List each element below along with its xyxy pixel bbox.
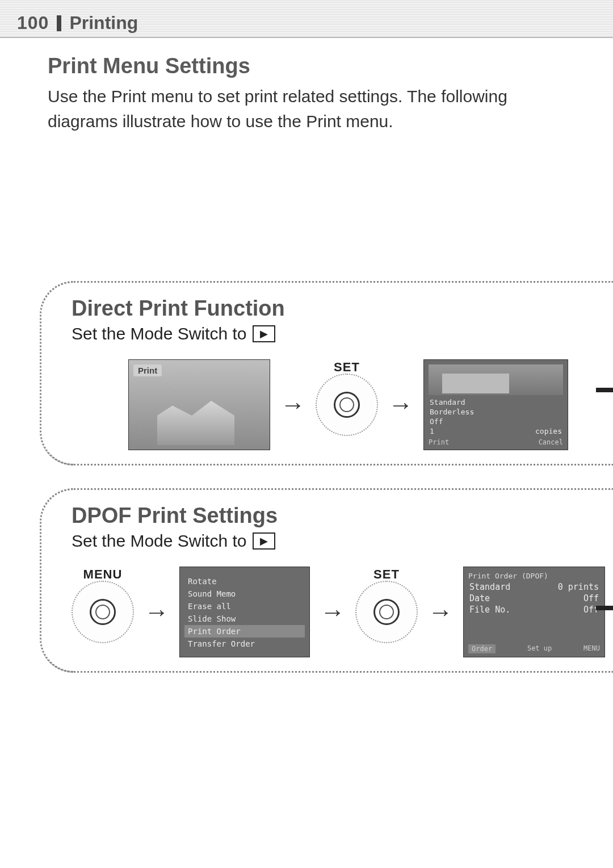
set-dial-label: SET xyxy=(373,567,400,582)
playback-mode-icon: ▶ xyxy=(253,532,275,550)
set-dial[interactable]: SET xyxy=(355,581,418,643)
order-title: Print Order (DPOF) xyxy=(468,572,600,580)
direct-print-title: Direct Print Function xyxy=(72,296,613,321)
lcd-preview-thumbnail: Print xyxy=(128,359,270,450)
arrow-right-icon: → xyxy=(388,391,413,419)
dpof-flow: MENU → Rotate Sound Memo Erase all Slide… xyxy=(72,567,613,657)
continuation-bar-icon xyxy=(596,388,613,392)
menu-item-print-order: Print Order xyxy=(184,625,305,638)
order-date-value: Off xyxy=(583,593,599,603)
menu-dial-label: MENU xyxy=(83,567,123,582)
order-footer-setup: Set up xyxy=(527,644,552,653)
menu-item-transfer-order: Transfer Order xyxy=(184,638,305,650)
lcd-footer-cancel: Cancel xyxy=(539,438,563,446)
opt-borderless: Borderless xyxy=(430,408,474,416)
dpof-panel: DPOF Print Settings Set the Mode Switch … xyxy=(40,488,613,673)
playback-mode-icon: ▶ xyxy=(253,325,275,342)
print-order-lcd: Print Order (DPOF) Standard0 prints Date… xyxy=(463,567,605,657)
menu-item-rotate: Rotate xyxy=(184,575,305,588)
direct-print-subtitle: Set the Mode Switch to ▶ xyxy=(72,324,613,343)
dpof-subtitle: Set the Mode Switch to ▶ xyxy=(72,531,613,551)
dpof-title: DPOF Print Settings xyxy=(72,504,613,528)
print-settings-lcd: Standard Borderless Off 1 copies Print C… xyxy=(423,359,568,450)
lcd-footer-print: Print xyxy=(429,438,449,446)
print-tag-label: Print xyxy=(133,364,162,376)
menu-item-sound-memo: Sound Memo xyxy=(184,588,305,600)
page-number: 100 xyxy=(17,12,49,33)
order-footer-menu: MENU xyxy=(583,644,600,653)
order-date-label: Date xyxy=(469,593,490,603)
opt-standard: Standard xyxy=(430,398,465,406)
order-fileno-label: File No. xyxy=(469,605,510,615)
section-intro: Use the Print menu to set print related … xyxy=(48,84,579,133)
lcd-inner-thumbnail xyxy=(429,364,563,395)
menu-item-slide-show: Slide Show xyxy=(184,613,305,625)
set-dial[interactable]: SET xyxy=(316,374,378,436)
arrow-right-icon: → xyxy=(320,598,345,626)
order-standard-value: 0 prints xyxy=(558,582,599,592)
page-header: 100 Printing xyxy=(0,0,613,38)
mode-switch-text: Set the Mode Switch to xyxy=(72,531,247,551)
header-divider-icon xyxy=(57,15,61,31)
direct-print-flow: Print → SET → Standard Borderless Off 1 xyxy=(72,359,613,450)
continuation-bar-icon xyxy=(596,606,613,610)
arrow-right-icon: → xyxy=(428,598,453,626)
copies-label: copies xyxy=(535,427,562,435)
opt-off: Off xyxy=(430,417,443,426)
direct-print-panel: Direct Print Function Set the Mode Switc… xyxy=(40,281,613,466)
arrow-right-icon: → xyxy=(144,598,169,626)
menu-item-erase-all: Erase all xyxy=(184,600,305,613)
copies-value: 1 xyxy=(430,427,434,435)
order-footer-order: Order xyxy=(468,644,496,653)
mode-switch-text: Set the Mode Switch to xyxy=(72,324,247,343)
arrow-right-icon: → xyxy=(280,391,305,419)
section-title: Print Menu Settings xyxy=(48,54,613,78)
chapter-title: Printing xyxy=(69,12,138,33)
playback-menu-lcd: Rotate Sound Memo Erase all Slide Show P… xyxy=(179,567,310,657)
order-standard-label: Standard xyxy=(469,582,510,592)
set-dial-label: SET xyxy=(334,360,360,375)
menu-dial[interactable]: MENU xyxy=(72,581,134,643)
